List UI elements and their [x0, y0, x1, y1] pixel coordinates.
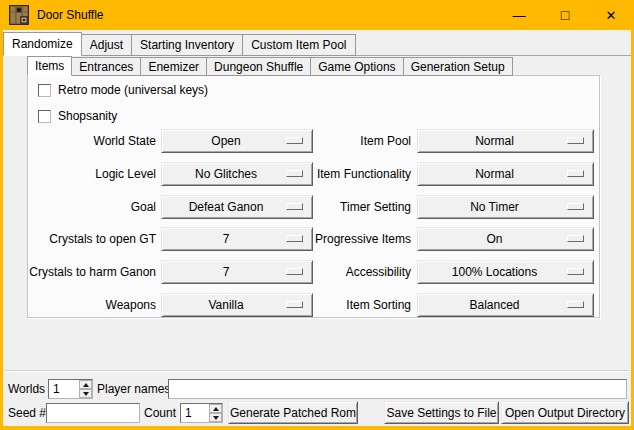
tab-generation-setup[interactable]: Generation Setup — [403, 57, 513, 76]
progressive-items-label: Progressive Items — [178, 227, 411, 251]
generate-patched-rom-button[interactable]: Generate Patched Rom — [228, 401, 358, 424]
item-functionality-dropdown[interactable]: Normal — [417, 162, 594, 186]
accessibility-dropdown[interactable]: 100% Locations — [417, 260, 594, 284]
dropdown-indicator-icon — [567, 301, 584, 308]
items-panel: Retro mode (universal keys) Shopsanity W… — [27, 75, 600, 318]
bottom-panel-separator — [5, 370, 629, 372]
dropdown-indicator-icon — [567, 268, 584, 275]
triangle-down-icon — [213, 416, 219, 420]
triangle-up-icon — [213, 407, 219, 411]
item-pool-dropdown[interactable]: Normal — [417, 129, 594, 153]
tab-randomize[interactable]: Randomize — [3, 32, 82, 56]
seed-label: Seed # — [8, 403, 46, 423]
shopsanity-checkbox[interactable]: Shopsanity — [38, 109, 117, 123]
door-shuffle-window: Door Shuffle — □ ✕ Randomize Adjust Star… — [0, 0, 634, 430]
save-settings-button[interactable]: Save Settings to File — [384, 401, 499, 424]
item-pool-label: Item Pool — [178, 129, 411, 153]
player-names-input[interactable] — [168, 379, 627, 399]
dropdown-indicator-icon — [567, 203, 584, 210]
shopsanity-label: Shopsanity — [58, 109, 117, 123]
titlebar: Door Shuffle — □ ✕ — [0, 0, 634, 30]
spin-down-button[interactable] — [209, 413, 222, 422]
timer-setting-label: Timer Setting — [178, 195, 411, 219]
crystals-gt-label: Crystals to open GT — [28, 227, 156, 251]
triangle-down-icon — [83, 392, 89, 396]
count-label: Count — [144, 403, 176, 423]
count-spinner[interactable]: 1 — [180, 403, 223, 423]
open-output-directory-button[interactable]: Open Output Directory — [501, 401, 629, 424]
window-title: Door Shuffle — [37, 8, 104, 22]
retro-mode-label: Retro mode (universal keys) — [58, 83, 208, 97]
logic-level-label: Logic Level — [28, 162, 156, 186]
spin-up-button[interactable] — [79, 380, 92, 389]
window-body: Randomize Adjust Starting Inventory Cust… — [3, 30, 631, 426]
maximize-button[interactable]: □ — [542, 0, 588, 30]
triangle-up-icon — [83, 383, 89, 387]
tab-adjust[interactable]: Adjust — [81, 34, 132, 56]
tab-starting-inventory[interactable]: Starting Inventory — [131, 34, 243, 56]
spin-up-button[interactable] — [209, 404, 222, 413]
dropdown-indicator-icon — [567, 137, 584, 144]
dropdown-indicator-icon — [567, 235, 584, 242]
retro-mode-checkbox[interactable]: Retro mode (universal keys) — [38, 83, 208, 97]
weapons-label: Weapons — [28, 293, 156, 317]
dropdown-indicator-icon — [567, 170, 584, 177]
checkbox-icon[interactable] — [38, 84, 51, 97]
progressive-items-dropdown[interactable]: On — [417, 227, 594, 251]
worlds-label: Worlds — [8, 379, 45, 399]
seed-input[interactable] — [46, 403, 140, 423]
accessibility-label: Accessibility — [178, 260, 411, 284]
timer-setting-dropdown[interactable]: No Timer — [417, 195, 594, 219]
player-names-label: Player names — [97, 379, 170, 399]
crystals-ganon-label: Crystals to harm Ganon — [28, 260, 156, 284]
tab-items[interactable]: Items — [27, 56, 72, 76]
worlds-spinner[interactable]: 1 — [48, 379, 93, 399]
close-button[interactable]: ✕ — [588, 0, 634, 30]
goal-label: Goal — [28, 195, 156, 219]
tab-dungeon-shuffle[interactable]: Dungeon Shuffle — [206, 57, 311, 76]
minimize-button[interactable]: — — [496, 0, 542, 30]
item-functionality-label: Item Functionality — [178, 162, 411, 186]
checkbox-icon[interactable] — [38, 110, 51, 123]
item-sorting-label: Item Sorting — [178, 293, 411, 317]
spin-down-button[interactable] — [79, 389, 92, 398]
tab-entrances[interactable]: Entrances — [71, 57, 141, 76]
item-sorting-dropdown[interactable]: Balanced — [417, 293, 594, 317]
sub-tab-bar: Items Entrances Enemizer Dungeon Shuffle… — [27, 56, 512, 76]
main-tab-bar: Randomize Adjust Starting Inventory Cust… — [3, 32, 355, 56]
world-state-label: World State — [28, 129, 156, 153]
pixel-door-app-icon — [9, 5, 29, 25]
tab-custom-item-pool[interactable]: Custom Item Pool — [242, 34, 355, 56]
tab-game-options[interactable]: Game Options — [310, 57, 403, 76]
tab-enemizer[interactable]: Enemizer — [140, 57, 207, 76]
